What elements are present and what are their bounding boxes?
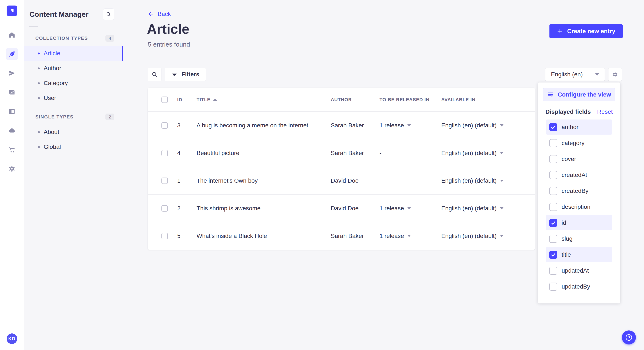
release-dropdown[interactable]: 1 release [380,233,441,239]
field-toggle-row[interactable]: createdBy [546,183,612,198]
settings-nav-button[interactable] [6,163,18,175]
home-nav-button[interactable] [6,29,18,41]
back-link[interactable]: Back [148,11,171,17]
field-toggle-row[interactable]: title [546,247,612,262]
release-dropdown[interactable]: - [380,150,441,157]
sidebar-item-label: Article [44,50,60,57]
locale-select[interactable]: English (en) [545,68,605,81]
sidebar-search-button[interactable] [103,8,114,20]
chevron-down-icon [408,207,411,209]
field-checkbox[interactable] [549,203,557,211]
column-header-id[interactable]: ID [177,97,196,103]
table-row[interactable]: 5 What's inside a Black Hole Sarah Baker… [148,222,535,250]
create-new-entry-button[interactable]: Create new entry [550,24,623,38]
sidebar-item[interactable]: Category [24,76,123,91]
content-type-builder-nav-button[interactable] [6,105,18,117]
table-row[interactable]: 3 A bug is becoming a meme on the intern… [148,112,535,139]
table-body: 3 A bug is becoming a meme on the intern… [148,112,535,250]
sidebar-item-label: Global [44,144,61,150]
column-header-author[interactable]: AUTHOR [331,97,380,103]
field-label: title [562,251,571,258]
field-checkbox[interactable] [549,155,557,163]
content-manager-nav-button[interactable] [6,48,18,60]
entries-table: ID TITLE AUTHOR TO BE RELEASED IN AVAILA… [148,88,535,250]
field-toggle-row[interactable]: slug [546,231,612,246]
field-checkbox[interactable] [549,139,557,147]
table-row[interactable]: 2 This shrimp is awesome David Doe 1 rel… [148,194,535,222]
media-library-nav-button[interactable] [6,86,18,98]
cloud-nav-button[interactable] [6,125,18,137]
sidebar-item[interactable]: Article [24,46,123,61]
select-all-checkbox[interactable] [162,97,168,103]
view-settings-button[interactable] [608,68,622,81]
content-manager-sidebar: Content Manager COLLECTION TYPES 4 Artic… [24,0,123,350]
field-checkbox[interactable] [549,267,557,275]
cell-id: 3 [177,122,196,129]
sidebar-item[interactable]: About [24,125,123,140]
chevron-down-icon [500,207,504,209]
layout-icon [8,108,16,115]
field-label: description [562,203,590,210]
sidebar-item[interactable]: User [24,91,123,105]
available-locales-dropdown[interactable]: English (en) (default) [441,233,535,239]
user-avatar[interactable]: KD [6,334,17,344]
column-header-title[interactable]: TITLE [196,97,331,103]
field-toggle-row[interactable]: category [546,136,612,151]
field-checkbox[interactable] [549,219,557,227]
release-dropdown[interactable]: - [380,177,441,184]
shopping-cart-icon [8,146,16,153]
row-checkbox[interactable] [162,150,168,156]
available-locales-dropdown[interactable]: English (en) (default) [441,205,535,212]
sidebar-item[interactable]: Global [24,140,123,154]
row-checkbox[interactable] [162,122,168,129]
chevron-down-icon [500,152,504,154]
release-dropdown[interactable]: 1 release [380,205,441,212]
field-toggle-row[interactable]: updatedBy [546,279,612,294]
field-label: createdBy [562,187,588,194]
table-row[interactable]: 1 The internet's Own boy David Doe - Eng… [148,167,535,194]
field-checkbox[interactable] [549,171,557,179]
field-toggle-row[interactable]: cover [546,151,612,167]
cell-author: David Doe [331,205,380,212]
table-row[interactable]: 4 Beautiful picture Sarah Baker - Englis… [148,139,535,167]
marketplace-nav-button[interactable] [6,144,18,156]
filters-button[interactable]: Filters [164,68,206,81]
release-dropdown[interactable]: 1 release [380,122,441,129]
field-toggle-row[interactable]: id [546,215,612,230]
cell-id: 5 [177,233,196,239]
field-checkbox[interactable] [549,187,557,195]
field-toggle-row[interactable]: description [546,199,612,214]
row-checkbox[interactable] [162,177,168,184]
help-button[interactable] [622,331,636,345]
field-checkbox[interactable] [549,283,557,291]
releases-nav-button[interactable] [6,67,18,79]
field-label: cover [562,156,576,163]
field-toggle-row[interactable]: updatedAt [546,263,612,278]
search-entries-button[interactable] [148,68,162,81]
field-toggle-row[interactable]: createdAt [546,167,612,182]
gear-icon [612,71,618,78]
create-new-entry-label: Create new entry [567,28,615,35]
field-checkbox[interactable] [549,123,557,131]
row-checkbox[interactable] [162,205,168,212]
view-settings-popover: Configure the view Displayed fields Rese… [538,82,620,303]
column-header-to-be-released-in[interactable]: TO BE RELEASED IN [380,97,441,103]
images-icon [8,89,16,96]
column-header-available-in[interactable]: AVAILABLE IN [441,97,535,103]
sidebar-item[interactable]: Author [24,61,123,76]
field-checkbox[interactable] [549,235,557,243]
field-checkbox[interactable] [549,251,557,259]
feather-icon [8,50,16,58]
available-locales-dropdown[interactable]: English (en) (default) [441,177,535,184]
search-icon [106,11,112,17]
cell-id: 2 [177,205,196,212]
displayed-fields-title: Displayed fields [546,108,591,115]
row-checkbox[interactable] [162,233,168,239]
field-label: updatedAt [562,267,589,274]
available-locales-dropdown[interactable]: English (en) (default) [441,150,535,157]
configure-the-view-button[interactable]: Configure the view [543,88,615,101]
field-toggle-row[interactable]: author [546,120,612,135]
chevron-down-icon [500,180,504,182]
available-locales-dropdown[interactable]: English (en) (default) [441,122,535,129]
reset-link[interactable]: Reset [597,108,613,115]
